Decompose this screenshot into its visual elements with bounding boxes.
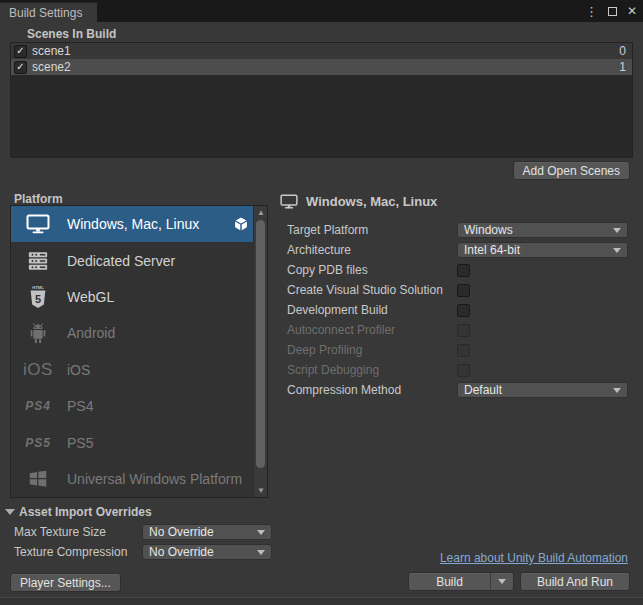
- platform-list: Windows, Mac, Linux Dedicated Server HTM…: [10, 205, 268, 498]
- build-options-dropdown[interactable]: [491, 579, 513, 584]
- ios-logo-icon: iOS: [23, 360, 53, 380]
- setting-row-compression-method: Compression Method Default: [287, 380, 628, 400]
- window-title: Build Settings: [9, 6, 82, 20]
- scene-index: 1: [619, 60, 626, 74]
- player-settings-button[interactable]: Player Settings...: [10, 573, 121, 592]
- platform-item-uwp[interactable]: Universal Windows Platform: [11, 461, 267, 497]
- build-and-run-button[interactable]: Build And Run: [520, 572, 630, 591]
- compression-method-dropdown[interactable]: Default: [457, 382, 628, 398]
- setting-label: Create Visual Studio Solution: [287, 283, 457, 297]
- override-row-texture-compression: Texture Compression No Override: [14, 544, 272, 560]
- scenes-list[interactable]: scene1 0 scene2 1: [10, 42, 633, 158]
- deep-profiling-checkbox: [457, 344, 470, 357]
- dropdown-value: No Override: [149, 525, 257, 539]
- platform-item-ios[interactable]: iOS iOS: [11, 352, 267, 388]
- platform-item-label: Windows, Mac, Linux: [67, 216, 219, 232]
- setting-row-create-vs-solution: Create Visual Studio Solution: [287, 280, 628, 300]
- platform-item-label: Universal Windows Platform: [67, 471, 251, 487]
- ps5-logo-icon: PS5: [23, 436, 53, 450]
- setting-row-target-platform: Target Platform Windows: [287, 220, 628, 240]
- scrollbar-thumb[interactable]: [256, 220, 265, 468]
- ps4-logo-icon: PS4: [23, 399, 53, 413]
- override-label: Max Texture Size: [14, 525, 142, 539]
- copy-pdb-checkbox[interactable]: [457, 264, 470, 277]
- platform-item-ps4[interactable]: PS4 PS4: [11, 388, 267, 424]
- close-icon[interactable]: ✕: [627, 4, 637, 18]
- development-build-checkbox[interactable]: [457, 304, 470, 317]
- scene-checkbox[interactable]: [14, 61, 27, 74]
- setting-label: Autoconnect Profiler: [287, 323, 457, 337]
- setting-label: Target Platform: [287, 223, 457, 237]
- override-label: Texture Compression: [14, 545, 142, 559]
- unity-logo-icon: [233, 216, 249, 232]
- chevron-down-icon: [257, 530, 265, 535]
- setting-label: Development Build: [287, 303, 457, 317]
- scroll-up-icon[interactable]: ▲: [254, 206, 268, 219]
- scene-name: scene2: [32, 60, 619, 74]
- dropdown-value: Default: [464, 383, 613, 397]
- platform-item-android[interactable]: Android: [11, 315, 267, 351]
- platform-item-ps5[interactable]: PS5 PS5: [11, 424, 267, 460]
- window-tab[interactable]: Build Settings: [0, 2, 97, 22]
- platform-item-label: Dedicated Server: [67, 253, 251, 269]
- windows-icon: [23, 468, 53, 490]
- scene-row[interactable]: scene1 0: [11, 43, 632, 59]
- html5-icon: HTML5: [23, 284, 53, 310]
- setting-label: Architecture: [287, 243, 457, 257]
- chevron-down-icon: [613, 248, 621, 253]
- selected-platform-header: Windows, Mac, Linux: [280, 194, 437, 209]
- foldout-triangle-icon: [5, 509, 15, 515]
- autoconnect-profiler-checkbox: [457, 324, 470, 337]
- max-texture-size-dropdown[interactable]: No Override: [142, 524, 272, 540]
- chevron-down-icon: [613, 388, 621, 393]
- scene-checkbox[interactable]: [14, 45, 27, 58]
- override-row-max-texture-size: Max Texture Size No Override: [14, 524, 272, 540]
- setting-row-architecture: Architecture Intel 64-bit: [287, 240, 628, 260]
- window-bottom-edge: [0, 597, 643, 605]
- setting-label: Copy PDB files: [287, 263, 457, 277]
- setting-row-deep-profiling: Deep Profiling: [287, 340, 628, 360]
- architecture-dropdown[interactable]: Intel 64-bit: [457, 242, 628, 258]
- dropdown-value: Windows: [464, 223, 613, 237]
- menu-kebab-icon[interactable]: ⋮: [585, 4, 598, 19]
- maximize-icon[interactable]: [608, 7, 617, 16]
- platform-item-windows-mac-linux[interactable]: Windows, Mac, Linux: [11, 206, 267, 242]
- scenes-in-build-header: Scenes In Build: [27, 27, 116, 41]
- chevron-down-icon: [498, 579, 506, 584]
- monitor-icon: [23, 214, 53, 234]
- build-automation-link[interactable]: Learn about Unity Build Automation: [440, 551, 628, 565]
- platform-header: Platform: [14, 192, 63, 206]
- setting-label: Script Debugging: [287, 363, 457, 377]
- dropdown-value: No Override: [149, 545, 257, 559]
- script-debugging-checkbox: [457, 364, 470, 377]
- platform-item-webgl[interactable]: HTML5 WebGL: [11, 279, 267, 315]
- svg-text:5: 5: [35, 292, 41, 304]
- setting-label: Compression Method: [287, 383, 457, 397]
- server-icon: [23, 250, 53, 272]
- setting-label: Deep Profiling: [287, 343, 457, 357]
- selected-platform-title: Windows, Mac, Linux: [306, 194, 437, 209]
- asset-import-overrides-foldout[interactable]: Asset Import Overrides: [5, 505, 152, 519]
- platform-item-label: WebGL: [67, 289, 251, 305]
- build-button[interactable]: Build: [408, 572, 514, 591]
- dropdown-value: Intel 64-bit: [464, 243, 613, 257]
- build-settings-window: Build Settings ⋮ ✕ Scenes In Build scene…: [0, 0, 643, 605]
- build-button-label: Build: [409, 575, 490, 589]
- platform-scrollbar[interactable]: ▲ ▼: [253, 206, 267, 497]
- platform-settings: Target Platform Windows Architecture Int…: [287, 220, 628, 400]
- scene-name: scene1: [32, 44, 619, 58]
- chevron-down-icon: [257, 550, 265, 555]
- add-open-scenes-button[interactable]: Add Open Scenes: [513, 161, 630, 180]
- target-platform-dropdown[interactable]: Windows: [457, 222, 628, 238]
- asset-import-overrides-header: Asset Import Overrides: [19, 505, 152, 519]
- platform-item-dedicated-server[interactable]: Dedicated Server: [11, 242, 267, 278]
- platform-item-label: Android: [67, 325, 251, 341]
- texture-compression-dropdown[interactable]: No Override: [142, 544, 272, 560]
- create-vs-solution-checkbox[interactable]: [457, 284, 470, 297]
- setting-row-development-build: Development Build: [287, 300, 628, 320]
- platform-item-label: iOS: [67, 362, 251, 378]
- titlebar: Build Settings ⋮ ✕: [0, 0, 643, 22]
- scene-row[interactable]: scene2 1: [11, 59, 632, 75]
- scroll-down-icon[interactable]: ▼: [254, 484, 268, 497]
- android-icon: [23, 321, 53, 345]
